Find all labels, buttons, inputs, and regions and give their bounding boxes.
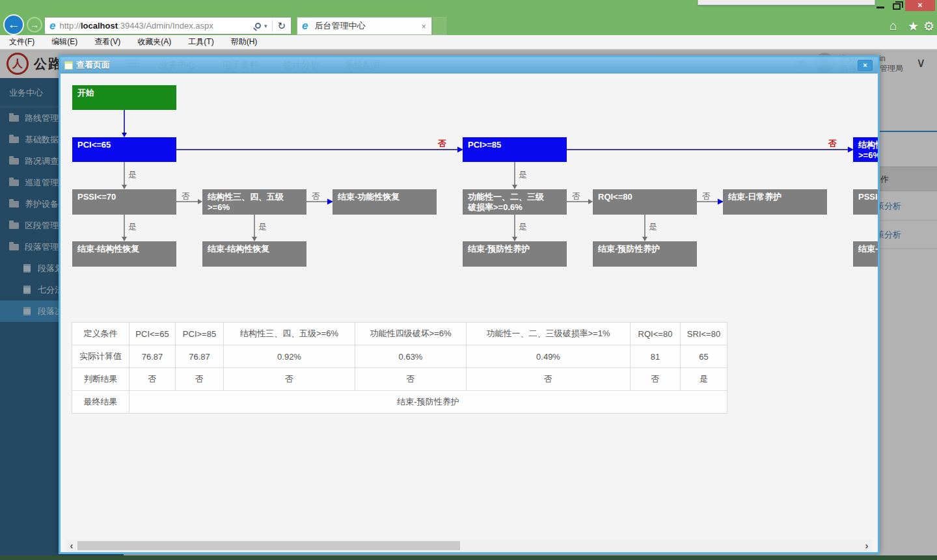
refresh-icon[interactable]: ↻ bbox=[272, 20, 286, 32]
edge-label-no: 否 bbox=[438, 138, 446, 150]
menu-tools[interactable]: 工具(T) bbox=[188, 36, 213, 47]
table-row: 判断结果 否 否 否 否 否 否 是 bbox=[72, 368, 727, 391]
flow-node-pssi70: PSSI<=70 bbox=[72, 189, 176, 215]
chevron-down-icon[interactable]: ▾ bbox=[264, 23, 267, 29]
browser-tab[interactable]: e 后台管理中心 × bbox=[297, 17, 432, 35]
url-path: :39443/Admin/Index.aspx bbox=[118, 21, 213, 31]
tab-favicon: e bbox=[302, 20, 308, 33]
final-result-cell: 结束-预防性养护 bbox=[129, 391, 727, 414]
tab-close-icon[interactable]: × bbox=[421, 21, 426, 31]
table-cell: 0.63% bbox=[355, 345, 467, 368]
close-window-button[interactable]: × bbox=[905, 0, 935, 11]
edge-label-yes: 是 bbox=[128, 221, 137, 233]
table-cell: 0.49% bbox=[467, 345, 631, 368]
edge-label-yes: 是 bbox=[649, 221, 657, 233]
table-cell: PCI<=65 bbox=[129, 323, 176, 345]
table-cell: 65 bbox=[681, 345, 727, 368]
page-icon bbox=[64, 61, 73, 70]
flow-node-end-structural-b: 结束-结构性恢复 bbox=[202, 241, 306, 267]
table-cell: 76.87 bbox=[176, 345, 224, 368]
table-row: 定义条件 PCI<=65 PCI>=85 结构性三、四、五级>=6% 功能性四级… bbox=[72, 323, 727, 345]
flow-node-struct-right: 结构性 >=6% bbox=[853, 137, 878, 162]
horizontal-scrollbar[interactable]: ‹ › bbox=[66, 539, 873, 552]
table-cell: 功能性四级破坏>=6% bbox=[355, 323, 467, 345]
table-cell: 判断结果 bbox=[72, 368, 129, 391]
decision-flowchart: 开始 PCI<=65 PCI>=85 结构性 >=6% PSSI<=70 结构性… bbox=[61, 73, 878, 275]
table-cell: 结构性三、四、五级>=6% bbox=[224, 323, 355, 345]
favorites-star-icon[interactable]: ★ bbox=[908, 19, 919, 34]
table-cell: 76.87 bbox=[129, 345, 176, 368]
menu-file[interactable]: 文件(F) bbox=[9, 36, 34, 47]
tab-title: 后台管理中心 bbox=[314, 20, 365, 32]
table-cell: 81 bbox=[631, 345, 681, 368]
flow-node-pci85: PCI>=85 bbox=[463, 137, 567, 162]
menu-help[interactable]: 帮助(H) bbox=[231, 36, 258, 47]
new-tab-button[interactable] bbox=[433, 17, 446, 35]
dialog-title: 查看页面 bbox=[76, 59, 110, 71]
decision-result-table: 定义条件 PCI<=65 PCI>=85 结构性三、四、五级>=6% 功能性四级… bbox=[72, 322, 727, 414]
ie-page-icon: e bbox=[49, 20, 55, 33]
back-button[interactable]: ← bbox=[3, 14, 24, 35]
menu-view[interactable]: 查看(V) bbox=[94, 36, 120, 47]
table-cell: 否 bbox=[129, 368, 176, 391]
browser-titlebar: × ← → e http://localhost:39443/Admin/Ind… bbox=[0, 0, 937, 35]
menu-edit[interactable]: 编辑(E) bbox=[51, 36, 77, 47]
table-cell: 定义条件 bbox=[72, 323, 129, 345]
search-icon[interactable] bbox=[255, 23, 261, 29]
edge-label-no: 否 bbox=[828, 138, 837, 150]
flow-node-end-daily: 结束-日常养护 bbox=[723, 189, 827, 215]
flow-node-end-preventive-b: 结束-预防性养护 bbox=[593, 241, 697, 267]
scroll-left-icon[interactable]: ‹ bbox=[66, 539, 77, 552]
flow-node-end-right: 结束- bbox=[853, 241, 878, 267]
url-host: localhost bbox=[81, 21, 118, 31]
table-cell: 功能性一、二、三级破损率>=1% bbox=[467, 323, 631, 345]
edge-label-no: 否 bbox=[182, 191, 190, 202]
edge-label-yes: 是 bbox=[128, 169, 137, 181]
dialog-close-button[interactable]: × bbox=[858, 60, 873, 71]
menu-favorites[interactable]: 收藏夹(A) bbox=[137, 36, 171, 47]
settings-gear-icon[interactable]: ⚙ bbox=[923, 19, 934, 34]
edge-label-yes: 是 bbox=[258, 221, 267, 233]
table-cell: 否 bbox=[355, 368, 467, 391]
forward-button[interactable]: → bbox=[27, 17, 42, 33]
browser-menubar: 文件(F) 编辑(E) 查看(V) 收藏夹(A) 工具(T) 帮助(H) bbox=[0, 35, 937, 49]
flow-node-func123: 功能性一、二、三级 破损率>=0.6% bbox=[463, 189, 567, 215]
background-window-strip bbox=[698, 0, 875, 5]
table-cell: 否 bbox=[176, 368, 224, 391]
flow-node-pci65: PCI<=65 bbox=[72, 137, 176, 162]
minimize-button[interactable] bbox=[876, 7, 884, 8]
scrollbar-thumb[interactable] bbox=[77, 541, 460, 550]
flow-node-struct345: 结构性三、四、五级 >=6% bbox=[202, 189, 306, 215]
app-page: 人 公路 业务中心 电子资料 统计分析 系统配置 您好，admin 昌吉州公路管… bbox=[0, 49, 937, 560]
table-row: 实际计算值 76.87 76.87 0.92% 0.63% 0.49% 81 6… bbox=[72, 345, 727, 368]
flow-node-end-preventive-a: 结束-预防性养护 bbox=[463, 241, 567, 267]
home-icon[interactable]: ⌂ bbox=[889, 19, 897, 33]
flow-node-end-functional: 结束-功能性恢复 bbox=[333, 189, 437, 215]
flow-node-end-structural-a: 结束-结构性恢复 bbox=[72, 241, 176, 267]
table-cell: PCI>=85 bbox=[176, 323, 224, 345]
restore-button[interactable] bbox=[893, 3, 901, 10]
scroll-right-icon[interactable]: › bbox=[861, 539, 873, 552]
edge-label-yes: 是 bbox=[519, 221, 527, 233]
table-row: 最终结果 结束-预防性养护 bbox=[72, 391, 727, 414]
table-cell: RQI<=80 bbox=[631, 323, 681, 345]
flow-node-start: 开始 bbox=[72, 85, 176, 110]
table-cell: 0.92% bbox=[224, 345, 355, 368]
view-page-dialog: 查看页面 × bbox=[59, 55, 880, 554]
flow-node-rqi80: RQI<=80 bbox=[593, 189, 697, 215]
dialog-body: 开始 PCI<=65 PCI>=85 结构性 >=6% PSSI<=70 结构性… bbox=[61, 73, 878, 552]
table-cell: 实际计算值 bbox=[72, 345, 129, 368]
edge-label-yes: 是 bbox=[519, 169, 527, 181]
table-cell: 否 bbox=[224, 368, 355, 391]
edge-label-no: 否 bbox=[572, 191, 580, 202]
dialog-titlebar[interactable]: 查看页面 × bbox=[61, 57, 878, 73]
table-cell: 最终结果 bbox=[72, 391, 129, 414]
url-scheme: http:// bbox=[59, 21, 81, 31]
flow-node-pssi-right: PSSI<=70 bbox=[853, 189, 878, 215]
table-cell: 否 bbox=[467, 368, 631, 391]
table-cell: 是 bbox=[681, 368, 727, 391]
table-cell: 否 bbox=[631, 368, 681, 391]
screen: × ← → e http://localhost:39443/Admin/Ind… bbox=[0, 0, 937, 560]
edge-label-no: 否 bbox=[312, 191, 320, 202]
address-bar[interactable]: e http://localhost:39443/Admin/Index.asp… bbox=[44, 17, 292, 34]
